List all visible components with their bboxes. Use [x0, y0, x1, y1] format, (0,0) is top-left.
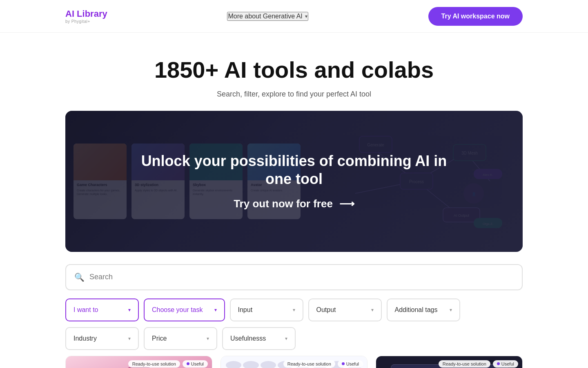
hero-title: 1850+ AI tools and colabs — [0, 57, 588, 83]
badge-dot-1 — [187, 362, 189, 365]
filter-btn-price[interactable]: Price▾ — [144, 327, 217, 350]
search-icon: 🔍 — [74, 272, 85, 282]
filter-label: Choose your task — [152, 306, 203, 314]
card-badges-1: Ready-to-use solution Useful — [128, 360, 208, 368]
filter-btn-usefulnesss[interactable]: Usefulnesss▾ — [222, 327, 296, 350]
chevron-down-icon: ▾ — [305, 13, 307, 19]
filters-row-2: Industry▾Price▾Usefulnesss▾ — [65, 327, 523, 350]
tool-card-3: Ready-to-use solution Useful — [376, 356, 523, 368]
chevron-down-icon: ▾ — [214, 307, 217, 313]
filter-btn-choose-your-task[interactable]: Choose your task▾ — [144, 298, 225, 321]
filter-label: I want to — [74, 306, 98, 314]
banner-overlay: Unlock your possibilities of combining A… — [65, 111, 523, 252]
chevron-down-icon: ▾ — [128, 307, 131, 313]
card-badges-2: Ready-to-use solution Useful — [283, 360, 363, 368]
filter-label: Price — [152, 335, 167, 342]
hero-section: 1850+ AI tools and colabs Search, filter… — [0, 33, 588, 111]
filter-label: Output — [316, 306, 336, 314]
logo-subtitle: by Phygital+ — [65, 19, 90, 24]
filter-btn-additional-tags[interactable]: Additional tags▾ — [387, 298, 460, 321]
filter-label: Industry — [74, 335, 97, 342]
filter-label: Input — [238, 306, 253, 314]
banner-arrow-icon: ⟶ — [339, 197, 354, 210]
chevron-down-icon: ▾ — [371, 307, 374, 313]
tool-card-2: Ready-to-use solution Useful — [220, 356, 368, 368]
logo: AI Library by Phygital+ — [65, 9, 107, 24]
ready-to-use-badge-3: Ready-to-use solution — [439, 360, 490, 368]
card-badges-3: Ready-to-use solution Useful — [439, 360, 518, 368]
generative-ai-nav[interactable]: More about Generative AI ▾ — [227, 12, 308, 21]
banner-title: Unlock your possibilities of combining A… — [131, 152, 457, 187]
chevron-down-icon: ▾ — [207, 336, 209, 341]
filter-btn-output[interactable]: Output▾ — [308, 298, 382, 321]
chevron-down-icon: ▾ — [450, 307, 452, 313]
promo-banner: Game Characters Create characters for yo… — [65, 111, 523, 252]
logo-text: AI Library — [65, 9, 107, 19]
filter-btn-input[interactable]: Input▾ — [230, 298, 303, 321]
filter-btn-i-want-to[interactable]: I want to▾ — [65, 298, 139, 321]
filter-btn-industry[interactable]: Industry▾ — [65, 327, 139, 350]
hero-subtitle: Search, filter, explore to find your per… — [0, 90, 588, 99]
search-section: 🔍 — [65, 264, 523, 290]
badge-dot-2 — [342, 362, 345, 365]
search-input[interactable] — [89, 273, 514, 281]
filter-label: Additional tags — [395, 306, 438, 314]
search-box: 🔍 — [65, 264, 523, 290]
useful-badge-3: Useful — [493, 360, 518, 368]
chevron-down-icon: ▾ — [128, 336, 131, 341]
tool-card-1: Ready-to-use solution Useful — [65, 356, 212, 368]
ready-to-use-badge-2: Ready-to-use solution — [283, 360, 335, 368]
navbar: AI Library by Phygital+ More about Gener… — [0, 0, 588, 33]
filters-row-1: I want to▾Choose your task▾Input▾Output▾… — [65, 298, 523, 321]
useful-badge-1: Useful — [183, 360, 208, 368]
chevron-down-icon: ▾ — [293, 307, 295, 313]
cards-row: Ready-to-use solution Useful Ready-to-us… — [65, 356, 523, 368]
banner-cta-text: Try out now for free — [234, 197, 333, 210]
banner-cta[interactable]: Try out now for free ⟶ — [234, 197, 354, 210]
chevron-down-icon: ▾ — [285, 336, 287, 341]
generative-ai-label: More about Generative AI — [228, 13, 302, 20]
filter-label: Usefulnesss — [230, 335, 266, 342]
ready-to-use-badge-1: Ready-to-use solution — [128, 360, 180, 368]
badge-dot-3 — [497, 362, 500, 365]
useful-badge-2: Useful — [338, 360, 363, 368]
try-workspace-button[interactable]: Try AI workspace now — [428, 7, 523, 26]
